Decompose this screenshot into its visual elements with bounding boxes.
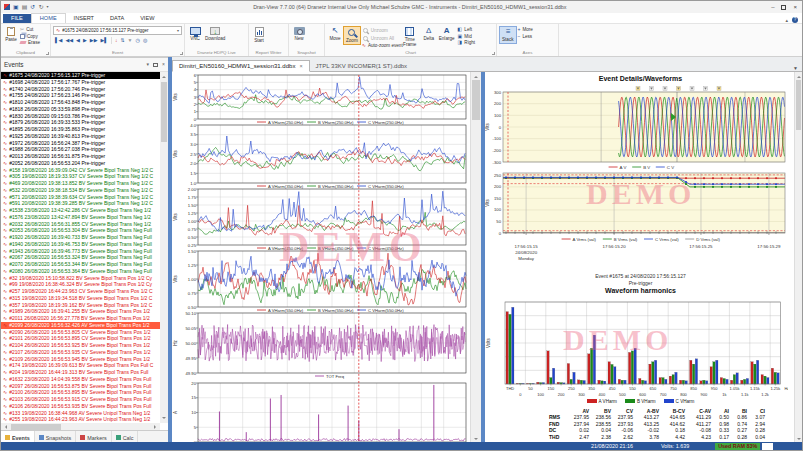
event-row[interactable]: ∿#2103 26/08/2020 16:56:53.915 CV Severe… bbox=[1, 396, 160, 403]
event-row[interactable]: ∿#2070 26/08/2020 16:56:53.344 BV Severe… bbox=[1, 261, 160, 268]
cut-button[interactable]: ✂Cut bbox=[20, 27, 40, 33]
print-icon[interactable]: ▤ bbox=[22, 4, 28, 10]
right-vertical-scrollbar[interactable] bbox=[794, 72, 802, 444]
event-row[interactable]: ∿#2067 26/08/2020 16:56:53.324 BV Severe… bbox=[1, 254, 160, 261]
redo-icon[interactable]: ↻ bbox=[38, 4, 43, 10]
undo-icon[interactable]: ↺ bbox=[30, 4, 35, 10]
event-row[interactable]: ∿#2011 26/08/2020 16:56:27.778 BV Severe… bbox=[1, 315, 160, 322]
ribbon-tab-data[interactable]: DATA bbox=[102, 14, 132, 23]
event-row[interactable]: ∿#1675 24/08/2020 17:56:15.127 Pre-trigg… bbox=[1, 72, 160, 79]
event-row[interactable]: ∿#1632 23/08/2020 14:04:39.558 BV Severe… bbox=[1, 376, 160, 383]
vnc-button[interactable]: VNC bbox=[187, 26, 203, 42]
erase-button[interactable]: Erase bbox=[20, 40, 40, 46]
event-dialog-launcher[interactable] bbox=[180, 52, 183, 55]
axes-more-button[interactable]: +More bbox=[518, 27, 533, 33]
event-row[interactable]: ∿#1943 26/08/2020 16:39:46.773 BV Severe… bbox=[1, 248, 160, 255]
next-event-button[interactable]: ▶ bbox=[83, 38, 87, 43]
next-page-button[interactable]: ▶▶ bbox=[90, 38, 98, 43]
event-row[interactable]: ∿#1740 24/08/2020 17:56:20.746 Pre-trigg… bbox=[1, 86, 160, 93]
trend-charts[interactable]: 6543210VltsA VHarm(250.0Hz)B VHarm(250.0… bbox=[172, 72, 470, 444]
goto-event-icon[interactable]: ↓ bbox=[115, 38, 118, 43]
close-button[interactable]: × bbox=[793, 4, 797, 10]
copy-button[interactable]: Copy bbox=[20, 34, 40, 40]
tab-overflow-icon[interactable]: ▼ bbox=[793, 65, 802, 71]
enlarge-button[interactable]: A Enlarge bbox=[437, 26, 457, 42]
event-row[interactable]: ∿#2032 26/08/2020 16:56:31.855 CV Severe… bbox=[1, 221, 160, 228]
event-row[interactable]: ∿#2100 26/08/2020 16:56:53.895 BV Severe… bbox=[1, 389, 160, 396]
event-row[interactable]: ∿#1895 26/08/2020 16:39:35.863 Pre-trigg… bbox=[1, 126, 160, 133]
save-icon[interactable]: ▣ bbox=[13, 4, 19, 10]
events-list[interactable]: ∿#1675 24/08/2020 17:56:15.127 Pre-trigg… bbox=[1, 72, 160, 423]
document-tab[interactable]: Dimitri_EN50160_HDMW1_session31.ddbx× bbox=[172, 60, 310, 72]
event-row[interactable]: ∿#2104 26/08/2020 16:56:53.925 BV Severe… bbox=[1, 342, 160, 349]
minimize-button[interactable]: – bbox=[771, 4, 774, 10]
ribbon-tab-insert[interactable]: INSERT bbox=[66, 14, 102, 23]
prev-page-button[interactable]: ◀◀ bbox=[65, 38, 73, 43]
filter-events-icon[interactable]: ▼ bbox=[128, 38, 133, 43]
clipboard-dialog-launcher[interactable] bbox=[46, 52, 49, 55]
find-event-icon[interactable]: ◎ bbox=[143, 38, 147, 43]
auto-zoom-event-button[interactable]: ∿Auto-zoom event bbox=[362, 43, 398, 49]
report-start-button[interactable]: Start bbox=[251, 26, 267, 44]
pane-menu-icon[interactable]: ▾ bbox=[147, 62, 150, 67]
chart-dialog-launcher[interactable] bbox=[492, 52, 495, 55]
event-row[interactable]: ∿#1755 24/08/2020 17:56:23.146 Pre-trigg… bbox=[1, 92, 160, 99]
event-row[interactable]: ∿#2107 26/08/2020 16:56:53.935 CV Severe… bbox=[1, 349, 160, 356]
axes-less-button[interactable]: −Less bbox=[518, 34, 533, 40]
event-row[interactable]: ∿#2090 26/08/2020 16:56:53.805 CV Severe… bbox=[1, 329, 160, 336]
paste-button[interactable]: Paste bbox=[3, 26, 19, 43]
event-row[interactable]: ∿#2013 26/08/2020 16:56:31.875 Pre-trigg… bbox=[1, 153, 160, 160]
first-event-button[interactable]: ▌◀ bbox=[55, 38, 62, 43]
event-row[interactable]: ∿#2109 26/08/2020 16:56:53.945 BV Severe… bbox=[1, 356, 160, 363]
event-row[interactable]: ∿#1830 26/08/2020 09:15:03.786 Pre-trigg… bbox=[1, 113, 160, 120]
event-row[interactable]: ∿#591 20/08/2020 19:38:39.285 BV Severe … bbox=[1, 200, 160, 207]
last-event-button[interactable]: ▶▌ bbox=[101, 38, 108, 43]
sort-events-icon[interactable]: ⇅ bbox=[120, 38, 124, 43]
harmonics-chart[interactable]: VoltsTHD05010015020025030035040045050055… bbox=[485, 298, 788, 398]
event-row[interactable]: ∿#2099 26/08/2020 16:56:32.426 AV Severe… bbox=[1, 322, 160, 329]
waveform-chart[interactable]: 3002001000-100-200-300VltsA VB VC V bbox=[485, 86, 788, 170]
ribbon-tab-file[interactable]: FILE bbox=[3, 14, 31, 23]
event-row[interactable]: ∿#1940 26/08/2020 16:39:46.753 BV Severe… bbox=[1, 241, 160, 248]
event-row[interactable]: ∿#315 19/08/2020 18:19:34.518 BV Severe … bbox=[1, 295, 160, 302]
center-vertical-scrollbar[interactable] bbox=[470, 72, 481, 444]
stack-button[interactable]: ≡ Stack bbox=[499, 26, 517, 44]
event-row[interactable]: ∿#469 20/08/2020 19:38:13.852 BV Severe … bbox=[1, 180, 160, 187]
rms-chart[interactable]: 250200150100500VltsA Vrms (val)B Vrms (v… bbox=[485, 171, 788, 271]
event-row[interactable]: ∿#305 19/08/2020 18:19:33.937 CV Severe … bbox=[1, 173, 160, 180]
event-row[interactable]: ∿#204 19/08/2020 16:44:19.313 BV Severe … bbox=[1, 369, 160, 376]
events-vertical-scrollbar[interactable] bbox=[160, 72, 168, 423]
ribbon-tab-view[interactable]: VIEW bbox=[132, 14, 162, 23]
event-row[interactable]: ∿#1538 23/08/2020 13:42:42.286 CV Severe… bbox=[1, 207, 160, 214]
event-row[interactable]: ∿#1972 26/08/2020 16:56:24.387 Pre-trigg… bbox=[1, 140, 160, 147]
align-mid-button[interactable]: ▣Mid bbox=[458, 34, 480, 40]
time-frame-button[interactable]: Time Frame bbox=[399, 26, 421, 48]
event-row[interactable]: ∿#1810 24/08/2020 17:56:43.848 Pre-trigg… bbox=[1, 99, 160, 106]
pane-close-icon[interactable]: × bbox=[162, 62, 165, 67]
prev-event-button[interactable]: ◀ bbox=[76, 38, 80, 43]
align-right-button[interactable]: ◨Right bbox=[458, 40, 480, 46]
event-row[interactable]: ∿#1698 24/08/2020 17:56:17.767 Pre-trigg… bbox=[1, 79, 160, 86]
event-row[interactable]: ∿#99 19/08/2020 16:38:46.324 BV Severe B… bbox=[1, 281, 160, 288]
event-row[interactable]: ∿#2106 26/08/2020 16:56:53.935 BV Severe… bbox=[1, 403, 160, 410]
event-row[interactable]: ∿#2080 26/08/2020 16:56:53.364 BV Severe… bbox=[1, 268, 160, 275]
event-row[interactable]: ∿#1925 26/08/2020 16:39:40.813 Pre-trigg… bbox=[1, 133, 160, 140]
event-row[interactable]: ∿#255 19/08/2020 16:44:23.963 AV Severe … bbox=[1, 416, 160, 423]
unzoom-all-button[interactable]: Unzoom All bbox=[362, 35, 398, 42]
event-row[interactable]: ∿#32 19/08/2020 15:10:58.822 BV Severe B… bbox=[1, 275, 160, 282]
event-row[interactable]: ∿#2101 26/08/2020 16:56:53.895 CV Severe… bbox=[1, 335, 160, 342]
event-row[interactable]: ∿#1818 26/08/2020 05:33:59.898 Pre-trigg… bbox=[1, 106, 160, 113]
pane-float-icon[interactable] bbox=[153, 63, 158, 67]
delta-button[interactable]: Δ Delta bbox=[421, 26, 437, 42]
download-button[interactable]: ↓ Download bbox=[203, 26, 227, 42]
move-button[interactable]: ↖ Move bbox=[327, 26, 343, 42]
document-tab[interactable]: JTPL 33KV INCOMER(1 ST).ddbx bbox=[310, 61, 413, 71]
tab-close-icon[interactable]: × bbox=[299, 63, 302, 69]
event-row[interactable]: ∿#532 20/08/2020 19:38:18.534 BV Severe … bbox=[1, 187, 160, 194]
event-row[interactable]: ∿#158 19/08/2020 16:39:09.042 CV Severe … bbox=[1, 167, 160, 174]
event-row[interactable]: ∿#133 19/08/2020 16:38:44.968 AV Severe … bbox=[1, 410, 160, 417]
event-selector[interactable]: ∿ #1675 24/08/2020 17:56:15.127 Pre-trig… bbox=[53, 26, 182, 35]
event-row[interactable]: ∿#571 20/08/2020 19:38:39.634 CV Severe … bbox=[1, 194, 160, 201]
clock-icon[interactable]: ◷ bbox=[136, 38, 140, 43]
event-row[interactable]: ∿#2097 26/08/2020 16:56:53.875 BV Severe… bbox=[1, 383, 160, 390]
